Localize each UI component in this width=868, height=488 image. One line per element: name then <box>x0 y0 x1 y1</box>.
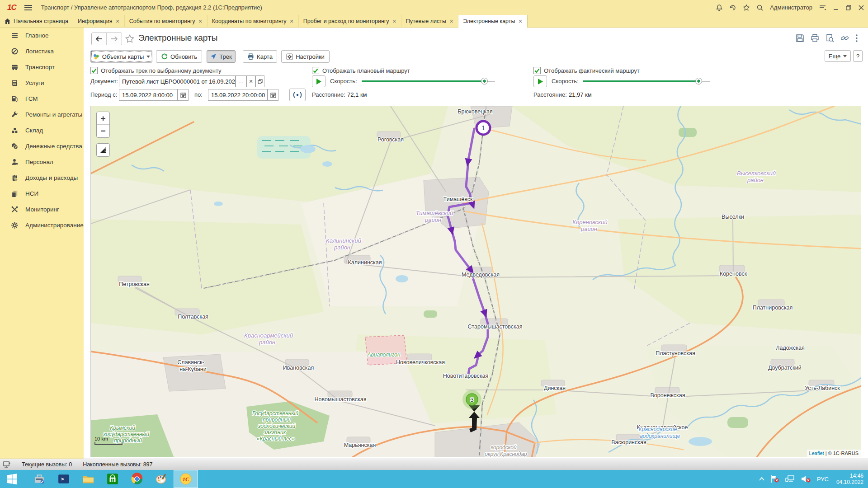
sidebar-item-fuel[interactable]: ГСМ <box>0 91 84 107</box>
period-to-calendar-button[interactable] <box>268 89 278 101</box>
map-label-n: Авиаполигон <box>367 352 401 358</box>
tab-close-icon[interactable]: ✕ <box>290 19 294 24</box>
sidebar-item-services[interactable]: Услуги <box>0 75 84 91</box>
period-from-calendar-button[interactable] <box>178 89 189 101</box>
map-objects-button[interactable]: Объекты карты <box>90 50 152 63</box>
sidebar-item-repairs[interactable]: Ремонты и агрегаты <box>0 107 84 122</box>
zoom-in-button[interactable]: + <box>97 112 109 125</box>
more-actions-kebab-icon[interactable] <box>855 34 858 42</box>
show-plan-route-checkbox[interactable] <box>312 67 319 74</box>
document-input[interactable]: Путевой лист ЦБРО0000001 от 16.09.2022 0… <box>119 75 236 87</box>
tab-close-icon[interactable]: ✕ <box>198 19 203 24</box>
search-icon[interactable] <box>756 4 764 11</box>
get-link-icon[interactable] <box>840 34 849 42</box>
show-track-checkbox[interactable] <box>90 67 98 74</box>
tab-close-icon[interactable]: ✕ <box>518 19 522 24</box>
taskbar-app-powershell[interactable] <box>52 470 76 488</box>
sidebar-item-nsi[interactable]: НСИ <box>0 186 84 202</box>
favorite-star-icon[interactable] <box>125 34 135 44</box>
map-measure-button[interactable] <box>96 143 110 157</box>
document-choose-button[interactable]: ... <box>236 75 246 87</box>
current-user[interactable]: Администратор <box>770 4 812 11</box>
sidebar-item-logistics[interactable]: Логистика <box>0 43 84 59</box>
sidebar-item-money[interactable]: Денежные средства <box>0 138 84 154</box>
tray-clock[interactable]: 14:46 04.10.2022 <box>836 473 863 485</box>
taskbar-app-1c-enterprise[interactable] <box>174 470 198 488</box>
tray-expand-icon[interactable] <box>759 477 764 481</box>
fact-play-button[interactable] <box>533 75 547 87</box>
sidebar-item-income[interactable]: Доходы и расходы <box>0 170 84 186</box>
main-menu-icon[interactable] <box>24 5 32 10</box>
document-open-button[interactable] <box>255 75 264 87</box>
taskbar-app-paint[interactable] <box>149 470 174 488</box>
current-calls: Текущие вызовы: 0 <box>22 461 72 468</box>
favorites-star-icon[interactable] <box>743 4 750 11</box>
sidebar-item-label: НСИ <box>25 190 38 197</box>
action-center-flag-icon[interactable] <box>770 475 779 483</box>
print-icon[interactable] <box>811 34 819 42</box>
restore-button[interactable] <box>845 5 852 11</box>
document-clear-button[interactable]: ✕ <box>246 75 255 87</box>
tab-document-1[interactable]: Информация✕ <box>73 15 125 28</box>
nav-forward-button[interactable] <box>107 33 122 45</box>
sidebar-item-warehouse[interactable]: Склад <box>0 122 84 138</box>
tab-close-icon[interactable]: ✕ <box>449 19 453 24</box>
network-icon[interactable] <box>785 475 795 483</box>
zoom-out-button[interactable]: − <box>97 125 109 137</box>
sidebar-item-label: Транспорт <box>25 64 55 70</box>
map-label-u: округ Краснодар <box>485 451 527 457</box>
save-icon[interactable] <box>796 34 804 42</box>
more-button[interactable]: Еще <box>825 50 851 62</box>
slider-handle[interactable] <box>481 78 488 84</box>
nav-back-button[interactable] <box>92 33 107 45</box>
period-from-input[interactable]: 15.09.2022 8:00:00 <box>119 89 178 101</box>
map-canvas[interactable]: 1 3 БрюховецкаяРоговскаяТимашёвскВыселки… <box>90 106 861 457</box>
tab-document-2[interactable]: События по мониторингу✕ <box>125 15 208 28</box>
period-to-input[interactable]: 15.09.2022 20:00:00 <box>208 89 268 101</box>
history-icon[interactable] <box>729 4 736 11</box>
taskbar-app-chrome[interactable] <box>125 470 149 488</box>
map-label-d: район <box>580 225 597 232</box>
taskbar-app-file-explorer[interactable] <box>76 470 100 488</box>
help-button[interactable]: ? <box>853 50 863 62</box>
tab-document-4[interactable]: Пробег и расход по мониторингу✕ <box>299 15 401 28</box>
service-menu-icon[interactable] <box>819 4 826 11</box>
taskbar-app-windows-store[interactable] <box>100 470 125 488</box>
fact-speed-slider[interactable] <box>583 75 710 87</box>
sidebar-item-personnel[interactable]: Персонал <box>0 154 84 170</box>
fuel-icon <box>11 95 19 103</box>
tab-document-6[interactable]: Электронные карты✕ <box>458 15 528 28</box>
volume-muted-icon[interactable] <box>801 475 811 483</box>
sidebar-item-transport[interactable]: Транспорт <box>0 59 84 75</box>
sidebar-item-admin[interactable]: Администрирование <box>0 217 84 233</box>
monitoring-signal-button[interactable] <box>289 89 306 101</box>
settings-button[interactable]: Настройки <box>281 50 330 63</box>
track-start-marker[interactable]: 1 <box>476 121 490 135</box>
start-button[interactable] <box>0 470 24 488</box>
sidebar-item-monitoring[interactable]: Мониторинг <box>0 202 84 217</box>
slider-handle[interactable] <box>695 78 702 84</box>
track-button[interactable]: Трек <box>207 50 236 63</box>
tab-document-5[interactable]: Путевые листы✕ <box>401 15 458 28</box>
sidebar-item-label: Логистика <box>25 48 54 55</box>
refresh-button[interactable]: Обновить <box>156 50 202 63</box>
income-icon <box>11 174 19 182</box>
tab-close-icon[interactable]: ✕ <box>116 19 120 24</box>
print-preview-icon[interactable] <box>826 34 834 42</box>
taskbar-app-admin-console[interactable] <box>27 470 52 488</box>
show-fact-route-checkbox[interactable] <box>533 67 541 74</box>
leaflet-link[interactable]: Leaflet <box>809 450 824 456</box>
notifications-bell-icon[interactable] <box>716 4 723 11</box>
tab-home[interactable]: Начальная страница <box>0 15 73 28</box>
tab-close-icon[interactable]: ✕ <box>392 19 396 24</box>
minimize-button[interactable] <box>833 5 839 11</box>
tab-document-3[interactable]: Координаты по мониторингу✕ <box>208 15 299 28</box>
track-end-marker[interactable]: 3 <box>462 390 481 409</box>
map-print-button[interactable]: Карта <box>243 50 277 63</box>
personnel-icon <box>11 158 19 166</box>
language-indicator[interactable]: РУС <box>817 476 829 483</box>
plan-speed-slider[interactable] <box>362 75 495 87</box>
sidebar-item-menu[interactable]: Главное <box>0 28 84 43</box>
close-button[interactable] <box>858 5 864 11</box>
plan-play-button[interactable] <box>312 75 326 87</box>
